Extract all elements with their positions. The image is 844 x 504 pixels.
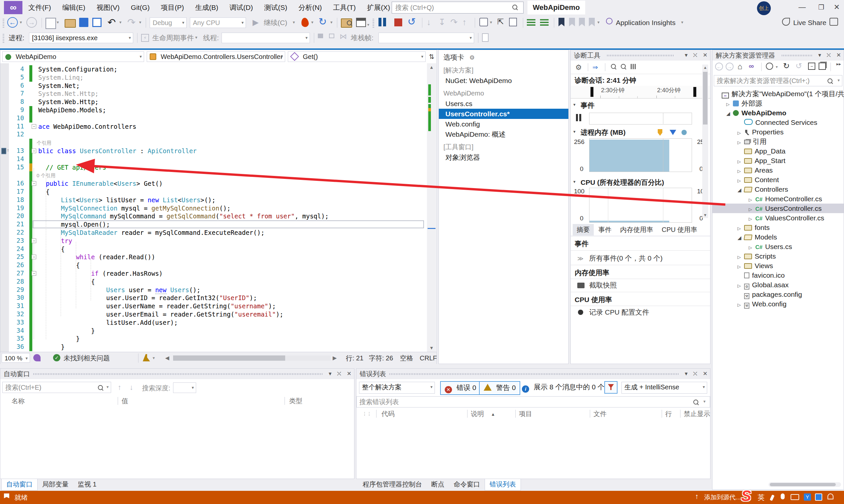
diag-tab-3[interactable]: CPU 使用率 bbox=[658, 224, 701, 236]
code-line-33[interactable]: 33 listUser.Add(user); bbox=[0, 319, 427, 327]
fold-collapse-box[interactable]: − bbox=[32, 238, 36, 243]
restart-debug-icon[interactable]: ↺ bbox=[408, 16, 416, 28]
platform-combo[interactable]: Any CPU▾ bbox=[190, 17, 246, 28]
new-file-caret[interactable]: ▾ bbox=[57, 20, 59, 25]
hot-reload-flame-icon[interactable] bbox=[301, 17, 309, 28]
code-line-16[interactable]: 16− public IEnumerable<Users> Get() bbox=[0, 180, 427, 188]
tree-item-Views[interactable]: ▷Views bbox=[712, 261, 844, 270]
switch-views-icon[interactable]: ∞ bbox=[749, 62, 754, 71]
close-icon[interactable]: ✕ bbox=[703, 371, 707, 377]
code-line-10[interactable]: 10 bbox=[0, 114, 427, 123]
code-line-31[interactable]: 31 user.UserName = reader.GetString("use… bbox=[0, 302, 427, 310]
tree-item-WebApiDemo[interactable]: ◢WebApiDemo bbox=[712, 108, 844, 118]
diag-settings-gear-icon[interactable]: ⚙ bbox=[575, 63, 582, 72]
live-share-icon[interactable] bbox=[782, 18, 790, 26]
notification-bell-icon[interactable] bbox=[828, 493, 833, 499]
tree-item-fonts[interactable]: ▷fonts bbox=[712, 223, 844, 232]
fold-collapse-box[interactable]: − bbox=[32, 255, 36, 259]
home-icon[interactable]: ⌂ bbox=[738, 62, 742, 71]
ime-toolbox-icon[interactable]: Y bbox=[804, 493, 811, 501]
close-icon[interactable]: ✕ bbox=[703, 52, 707, 58]
autos-tab-0[interactable]: 自动窗口 bbox=[1, 479, 38, 490]
bookmark-caret[interactable]: ▾ bbox=[597, 20, 600, 25]
cpu-collapse-icon[interactable]: ▾ bbox=[573, 179, 580, 184]
search-icon[interactable] bbox=[98, 385, 103, 390]
diag-scroll-up-icon[interactable]: ▲ bbox=[703, 65, 707, 70]
autos-tab-1[interactable]: 局部变量 bbox=[38, 479, 73, 490]
save-all-icon[interactable] bbox=[92, 18, 102, 27]
bottom-tab-3[interactable]: 错误列表 bbox=[485, 479, 521, 490]
debug-target-combo[interactable]: Debug▾ bbox=[150, 17, 187, 28]
navbar-type-combo[interactable]: WebApiDemo.Controllers.UsersController▾ bbox=[147, 51, 285, 62]
error-search-caret[interactable]: ▾ bbox=[703, 399, 706, 404]
code-line-21[interactable]: 21 mysql.Open(); bbox=[0, 220, 427, 229]
pin-icon[interactable]: ⛌ bbox=[827, 52, 831, 58]
add-to-source-label[interactable]: 添加到源代... bbox=[704, 491, 741, 504]
tree-item-Properties[interactable]: ▷Properties bbox=[712, 127, 844, 137]
bottom-tab-2[interactable]: 命令窗口 bbox=[449, 479, 485, 490]
restore-button[interactable]: ❐ bbox=[813, 0, 829, 15]
take-snapshot-link[interactable]: 截取快照 bbox=[589, 281, 617, 290]
selection-end-handle[interactable] bbox=[693, 87, 696, 97]
autos-body[interactable] bbox=[0, 406, 354, 479]
col-description[interactable]: 说明 bbox=[471, 408, 484, 419]
splitter-icon[interactable]: ⇅ bbox=[429, 53, 434, 60]
diag-tab-0[interactable]: 摘要 bbox=[573, 224, 594, 236]
fold-collapse-box[interactable]: − bbox=[32, 124, 36, 129]
fold-collapse-box[interactable]: − bbox=[32, 271, 36, 276]
code-line-8[interactable]: 8System.Web.Http; bbox=[0, 98, 427, 106]
diag-tab-2[interactable]: 内存使用率 bbox=[616, 224, 657, 236]
fold-collapse-box[interactable]: − bbox=[32, 181, 36, 186]
bottom-tab-0[interactable]: 程序包管理器控制台 bbox=[358, 479, 427, 490]
menu-7[interactable]: 测试(S) bbox=[264, 4, 287, 11]
ime-pen-icon[interactable] bbox=[770, 494, 775, 501]
find-in-files-icon[interactable] bbox=[341, 18, 352, 28]
tree-item-HomeController.cs[interactable]: ▷C#HomeController.cs bbox=[712, 194, 844, 203]
menu-8[interactable]: 分析(N) bbox=[298, 4, 322, 11]
code-line-35[interactable]: 35 } bbox=[0, 335, 427, 343]
tree-item-App_Data[interactable]: App_Data bbox=[712, 146, 844, 156]
tree-item-Content[interactable]: ▷Content bbox=[712, 175, 844, 184]
collapse-all-icon[interactable]: − bbox=[808, 62, 815, 70]
breakpoint-window-icon[interactable] bbox=[479, 18, 488, 26]
camera-icon[interactable] bbox=[577, 283, 585, 288]
tree-item-ValuesController.cs[interactable]: ▷C#ValuesController.cs bbox=[712, 213, 844, 223]
breakpoint-caret[interactable]: ▾ bbox=[490, 20, 492, 25]
undo-caret[interactable]: ▾ bbox=[119, 20, 122, 25]
bottom-tab-1[interactable]: 断点 bbox=[427, 479, 449, 490]
tree-item-Users.cs[interactable]: ▷C#Users.cs bbox=[712, 242, 844, 251]
hot-reload-caret[interactable]: ▾ bbox=[311, 20, 313, 25]
hscroll-thumb[interactable] bbox=[173, 356, 285, 361]
code-line-29[interactable]: 29 Users user = new Users(); bbox=[0, 286, 427, 294]
search-icon[interactable] bbox=[828, 78, 832, 83]
indent-increase-icon[interactable] bbox=[540, 18, 549, 26]
code-line-19[interactable]: 19 MySqlConnection mysql = getMySqlConne… bbox=[0, 204, 427, 213]
col-suppress[interactable]: 禁止显示 bbox=[684, 408, 710, 419]
editor-vscrollbar[interactable]: ▲ ▼ bbox=[427, 63, 436, 352]
expander-icon[interactable]: ▷ bbox=[749, 195, 755, 204]
document-tab-Users.cs[interactable]: Users.cs bbox=[439, 98, 568, 109]
code-line-22[interactable]: 22 MySqlDataReader reader = mySqlCommand… bbox=[0, 229, 427, 237]
restart-icon[interactable]: ↻ bbox=[318, 16, 327, 28]
minimize-button[interactable]: — bbox=[794, 0, 810, 15]
solution-search-input[interactable] bbox=[714, 75, 842, 86]
code-surface[interactable]: 4System.Configuration;5System.Linq;6Syst… bbox=[0, 63, 427, 352]
expander-icon[interactable]: ▷ bbox=[726, 100, 733, 109]
expander-icon[interactable]: ◢ bbox=[738, 185, 744, 195]
errors-toggle-button[interactable]: ✕ 错误 0 bbox=[440, 381, 481, 395]
restart-caret[interactable]: ▾ bbox=[330, 20, 333, 25]
error-list-title-bar[interactable]: 错误列表 ▾ ⛌ ✕ bbox=[356, 368, 710, 379]
code-line-20[interactable]: 20 MySqlCommand mySqlCommand = getSqlCom… bbox=[0, 212, 427, 220]
expander-icon[interactable]: ▷ bbox=[738, 166, 744, 176]
save-icon[interactable] bbox=[79, 18, 88, 27]
zoom-in-icon[interactable] bbox=[611, 64, 616, 69]
vs-logo[interactable]: ∞ bbox=[4, 1, 22, 14]
cleanup-caret[interactable]: ▾ bbox=[153, 356, 155, 360]
navbar-project-combo[interactable]: WebApiDemo▾ bbox=[2, 51, 144, 62]
code-line-14[interactable]: 14 bbox=[0, 155, 427, 163]
expander-icon[interactable]: ▷ bbox=[738, 281, 744, 290]
expander-icon[interactable]: ▷ bbox=[738, 157, 744, 166]
se-hscroll-thumb[interactable] bbox=[770, 483, 836, 486]
expander-icon[interactable]: ▷ bbox=[738, 128, 744, 138]
tree-item-UsersController.cs[interactable]: ▷C#UsersController.cs bbox=[712, 203, 844, 213]
